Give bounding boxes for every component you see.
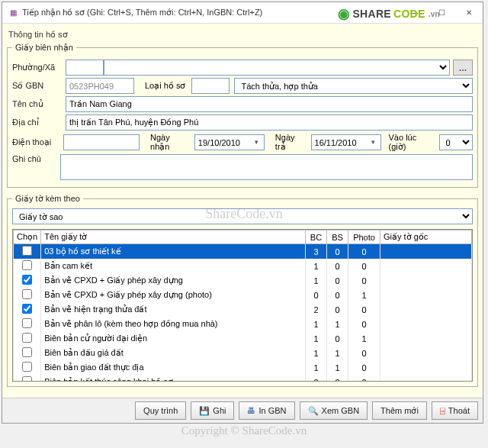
ngay-nhan-input[interactable]	[194, 134, 265, 150]
ten-chu-input[interactable]	[66, 96, 473, 112]
row-checkbox[interactable]	[22, 246, 32, 256]
cell-bs: 0	[327, 244, 348, 259]
cell-ten: Bản vẽ CPXD + Giấy phép xây dựng (photo)	[41, 288, 306, 302]
cell-goc	[380, 244, 472, 259]
cell-photo: 0	[348, 360, 380, 375]
exit-icon: ⍈	[440, 406, 445, 415]
table-row[interactable]: 03 bộ hồ sơ thiết kế300	[14, 244, 472, 259]
cell-bc: 1	[306, 346, 327, 360]
print-icon: 🖶	[247, 406, 255, 415]
table-row[interactable]: Biên bản giao đất thực địa110	[14, 360, 472, 375]
dien-thoai-input[interactable]	[63, 134, 140, 150]
section-info-title: Thông tin hồ sơ	[8, 30, 478, 40]
cell-goc	[380, 302, 472, 317]
cell-ten: Biên bản giao đất thực địa	[41, 360, 306, 375]
gio-select[interactable]: 0	[439, 134, 473, 150]
thoat-button[interactable]: ⍈Thoát	[432, 401, 478, 420]
ghi-chu-textarea[interactable]	[60, 154, 473, 180]
row-checkbox[interactable]	[22, 275, 32, 285]
papers-type-select[interactable]: Giấy tờ sao	[12, 208, 473, 224]
table-row[interactable]: Bản vẽ phân lô (kèm theo hợp đồng mua nh…	[14, 317, 472, 331]
ingbn-button[interactable]: 🖶In GBN	[239, 401, 294, 420]
group-receipt: Giấy biên nhận Phường/Xã … Số GBN Loại h…	[7, 43, 478, 188]
papers-scroll[interactable]: Chọn Tên giấy tờ BC BS Photo Giấy tờ gốc…	[13, 230, 472, 381]
cell-bs: 0	[327, 288, 348, 302]
cell-ten: Biên bản cử người đại diện	[41, 331, 306, 346]
quytrinh-button[interactable]: Quy trình	[135, 401, 186, 420]
xemgbn-button[interactable]: 🔍Xem GBN	[300, 401, 368, 420]
phuong-xa-browse-button[interactable]: …	[453, 60, 473, 76]
col-photo[interactable]: Photo	[348, 230, 380, 244]
row-checkbox[interactable]	[22, 318, 32, 328]
cell-ten: 03 bộ hồ sơ thiết kế	[41, 244, 306, 259]
papers-table-wrap: Chọn Tên giấy tờ BC BS Photo Giấy tờ gốc…	[12, 229, 473, 382]
papers-table: Chọn Tên giấy tờ BC BS Photo Giấy tờ gốc…	[13, 230, 472, 381]
ghi-button[interactable]: 💾Ghi	[191, 401, 234, 420]
table-row[interactable]: Biên bản đấu giá đất110	[14, 346, 472, 360]
cell-bc: 2	[306, 302, 327, 317]
table-row[interactable]: Bản vẽ hiện trạng thửa đất200	[14, 302, 472, 317]
loai-hs-code-input[interactable]	[191, 78, 230, 94]
row-checkbox[interactable]	[22, 376, 32, 381]
col-bc[interactable]: BC	[306, 230, 327, 244]
cell-photo: 0	[348, 317, 380, 331]
loai-hs-select[interactable]: Tách thửa, hợp thửa	[234, 78, 473, 94]
cell-ten: Bản vẽ phân lô (kèm theo hợp đồng mua nh…	[41, 317, 306, 331]
col-chon[interactable]: Chọn	[14, 230, 41, 244]
app-window: ▦ Tiếp nhận hồ sơ (Ghi: Ctrl+S, Thêm mới…	[2, 2, 483, 424]
label-phuong-xa: Phường/Xã	[12, 63, 66, 73]
cell-goc	[380, 375, 472, 381]
row-checkbox[interactable]	[22, 260, 32, 270]
table-row[interactable]: Bản cam kết100	[14, 259, 472, 273]
cell-photo: 0	[348, 302, 380, 317]
cell-goc	[380, 360, 472, 375]
table-row[interactable]: Bản vẽ CPXD + Giấy phép xây dựng (photo)…	[14, 288, 472, 302]
cell-bc: 1	[306, 317, 327, 331]
cell-photo: 0	[348, 259, 380, 273]
table-row[interactable]: Biên bản cử người đại diện101	[14, 331, 472, 346]
row-checkbox[interactable]	[22, 289, 32, 299]
cell-ten: Biên bản đấu giá đất	[41, 346, 306, 360]
app-icon: ▦	[7, 7, 19, 19]
label-loai-hs: Loại hồ sơ	[145, 81, 185, 91]
cell-bs: 0	[327, 273, 348, 288]
label-dia-chi: Địa chỉ	[12, 118, 66, 127]
so-gbn-input	[66, 78, 134, 94]
preview-icon: 🔍	[308, 406, 319, 416]
col-ten[interactable]: Tên giấy tờ	[41, 230, 306, 244]
cell-goc	[380, 317, 472, 331]
cell-bc: 1	[306, 259, 327, 273]
cell-photo: 0	[348, 244, 380, 259]
col-goc[interactable]: Giấy tờ gốc	[380, 230, 472, 244]
label-so-gbn: Số GBN	[12, 81, 66, 91]
cell-bs: 0	[327, 331, 348, 346]
cell-photo: 1	[348, 331, 380, 346]
cell-bc: 1	[306, 331, 327, 346]
ngay-tra-input[interactable]	[311, 134, 381, 150]
group-receipt-title: Giấy biên nhận	[12, 43, 76, 53]
save-icon: 💾	[199, 406, 210, 416]
table-row[interactable]: Biên bản kết thúc công khai hồ sơ200	[14, 375, 472, 381]
cell-ten: Bản vẽ CPXD + Giấy phép xây dựng	[41, 273, 306, 288]
cell-bs: 1	[327, 360, 348, 375]
themmoi-button[interactable]: Thêm mới	[372, 401, 427, 420]
close-button[interactable]: ✕	[455, 5, 483, 21]
col-bs[interactable]: BS	[327, 230, 348, 244]
cell-goc	[380, 273, 472, 288]
cell-bc: 2	[306, 375, 327, 381]
label-dien-thoai: Điện thoại	[12, 137, 63, 147]
phuong-xa-code-input[interactable]	[66, 60, 104, 76]
dia-chi-input[interactable]	[66, 114, 473, 131]
cell-goc	[380, 331, 472, 346]
cell-goc	[380, 288, 472, 302]
row-checkbox[interactable]	[22, 347, 32, 357]
cell-goc	[380, 346, 472, 360]
table-row[interactable]: Bản vẽ CPXD + Giấy phép xây dựng100	[14, 273, 472, 288]
cell-photo: 0	[348, 273, 380, 288]
row-checkbox[interactable]	[22, 362, 32, 372]
watermark-copyright: Copyright © ShareCode.vn	[0, 424, 488, 437]
row-checkbox[interactable]	[22, 333, 32, 343]
phuong-xa-select[interactable]	[104, 60, 450, 76]
cell-ten: Bản cam kết	[41, 259, 306, 273]
row-checkbox[interactable]	[22, 304, 32, 314]
